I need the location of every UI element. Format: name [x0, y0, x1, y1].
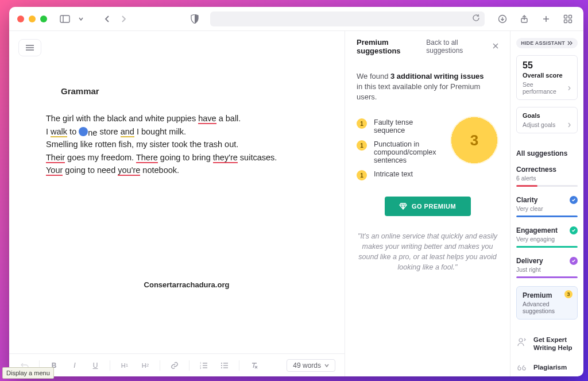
menu-tooltip: Display a menu: [2, 367, 54, 379]
error-theyre[interactable]: they're: [213, 153, 238, 163]
sidebar-toggle-button[interactable]: [57, 11, 72, 26]
goals-card[interactable]: Goals Adjust goals: [516, 107, 578, 133]
text: going to bring: [158, 153, 213, 162]
nav-back-button[interactable]: [100, 11, 115, 26]
filter-correctness[interactable]: Correctness 6 alerts: [516, 164, 578, 188]
heading1-button[interactable]: H1: [118, 359, 131, 372]
diamond-icon: [399, 203, 407, 210]
sidebar-menu-chevron[interactable]: [74, 11, 88, 26]
plagiarism-link[interactable]: Plagiarism: [516, 361, 578, 376]
premium-title: Premium suggestions: [357, 38, 426, 55]
paragraph-4: Their goes my freedom. There going to br…: [46, 151, 327, 164]
error-their[interactable]: Their: [46, 153, 65, 163]
menu-button[interactable]: [18, 39, 41, 56]
testimonial-quote: "It's an online service that quickly and…: [357, 231, 498, 272]
svg-rect-8: [569, 15, 572, 18]
issue-text: Intricate text: [374, 170, 413, 180]
link-button[interactable]: [168, 359, 181, 372]
score-bar: [516, 215, 578, 217]
filter-delivery[interactable]: Delivery Just right: [516, 256, 578, 279]
tab-overview-icon[interactable]: [560, 11, 575, 26]
check-badge-icon: [570, 196, 578, 204]
back-to-suggestions-link[interactable]: Back to all suggestions: [426, 39, 498, 55]
premium-issue[interactable]: 1Faulty tense sequence: [357, 118, 443, 134]
chevron-down-icon: [324, 363, 329, 368]
nav-forward-button[interactable]: [116, 11, 131, 26]
paragraph-3: Smelling like rotten fish, my sister too…: [46, 138, 327, 151]
score-bar: [516, 246, 578, 248]
svg-rect-0: [60, 16, 69, 22]
zoom-window-button[interactable]: [40, 16, 47, 22]
minimize-window-button[interactable]: [29, 16, 36, 22]
warn-walk[interactable]: walk: [51, 127, 67, 137]
close-window-button[interactable]: [17, 16, 24, 22]
premium-issue[interactable]: 1Punctuation in compound/complex sentenc…: [357, 140, 443, 164]
premium-filter-card[interactable]: 3 Premium Advanced suggestions: [516, 286, 578, 320]
traffic-lights: [17, 16, 47, 22]
unordered-list-button[interactable]: [218, 359, 231, 372]
paragraph-1: The girl with the black and white puppie…: [46, 112, 327, 125]
warn-and[interactable]: and: [121, 127, 134, 137]
downloads-icon[interactable]: [495, 11, 510, 26]
text: suitcases.: [238, 153, 277, 162]
text: a ball.: [216, 114, 241, 123]
ordered-list-button[interactable]: 123: [198, 359, 210, 372]
new-tab-icon[interactable]: [539, 11, 554, 26]
page-footer-text: Consertarrachadura.org: [46, 280, 327, 289]
premium-issue[interactable]: 1Intricate text: [357, 170, 443, 180]
overall-score-card[interactable]: 55 Overall score See performance: [516, 55, 578, 100]
premium-desc: Advanced suggestions: [523, 301, 571, 314]
chevron-right-icon: [567, 122, 571, 128]
premium-name: Premium: [523, 291, 571, 299]
titlebar: [9, 7, 583, 31]
word-count-label: 49 words: [293, 361, 321, 370]
issue-text: Punctuation in compound/complex sentence…: [374, 140, 443, 164]
filter-name: Delivery: [516, 257, 543, 265]
doc-title: Grammar: [61, 86, 327, 96]
error-there[interactable]: There: [136, 153, 158, 163]
plagiarism-label: Plagiarism: [533, 363, 567, 371]
reload-icon[interactable]: [472, 14, 480, 24]
share-icon[interactable]: [517, 11, 532, 26]
word-count[interactable]: 49 words: [287, 359, 335, 372]
paragraph-2: I walk to tne store and I bought milk.: [46, 125, 327, 138]
go-premium-button[interactable]: GO PREMIUM: [385, 197, 471, 216]
filter-desc: Just right: [516, 266, 578, 273]
expert-help-link[interactable]: Get Expert Writing Help: [516, 333, 578, 354]
svg-point-21: [221, 365, 222, 366]
filter-clarity[interactable]: Clarity Very clear: [516, 195, 578, 218]
filter-engagement[interactable]: Engagement Very engaging: [516, 225, 578, 249]
score-sub: See performance: [523, 81, 567, 95]
text: going to need: [63, 166, 118, 175]
format-toolbar: B I U H1 H2 123 49 words: [9, 353, 345, 376]
premium-count: 3: [564, 290, 572, 298]
hide-label: HIDE ASSISTANT: [521, 40, 565, 46]
avatar-icon: [517, 336, 528, 349]
clear-formatting-button[interactable]: [247, 359, 260, 372]
url-bar[interactable]: [210, 11, 485, 26]
svg-rect-9: [564, 20, 567, 22]
heading2-button[interactable]: H2: [139, 359, 152, 372]
filter-name: Clarity: [516, 196, 537, 204]
chevrons-right-icon: [567, 41, 573, 45]
cursor-highlight-the[interactable]: t: [79, 127, 88, 136]
underline-button[interactable]: U: [89, 359, 102, 372]
all-suggestions-label[interactable]: All suggestions: [516, 149, 578, 157]
chevron-right-icon: [567, 86, 571, 91]
check-badge-icon: [570, 226, 578, 234]
error-youre[interactable]: you're: [118, 166, 140, 176]
error-your[interactable]: Your: [46, 166, 63, 176]
error-have[interactable]: have: [198, 114, 216, 124]
editor-column: Grammar The girl with the black and whit…: [9, 31, 345, 376]
close-icon[interactable]: [493, 43, 498, 51]
check-badge-icon: [570, 257, 578, 265]
assistant-panel: HIDE ASSISTANT 55 Overall score See perf…: [510, 31, 583, 376]
premium-count-badge: 3: [450, 116, 498, 164]
expert-help-label: Get Expert Writing Help: [533, 336, 577, 352]
privacy-shield-icon[interactable]: [187, 11, 202, 26]
filter-name: Correctness: [516, 166, 556, 174]
hide-assistant-button[interactable]: HIDE ASSISTANT: [516, 38, 578, 48]
italic-button[interactable]: I: [68, 359, 81, 372]
text: The girl with the black and white puppie…: [46, 114, 198, 123]
editor-content[interactable]: Grammar The girl with the black and whit…: [9, 61, 345, 353]
